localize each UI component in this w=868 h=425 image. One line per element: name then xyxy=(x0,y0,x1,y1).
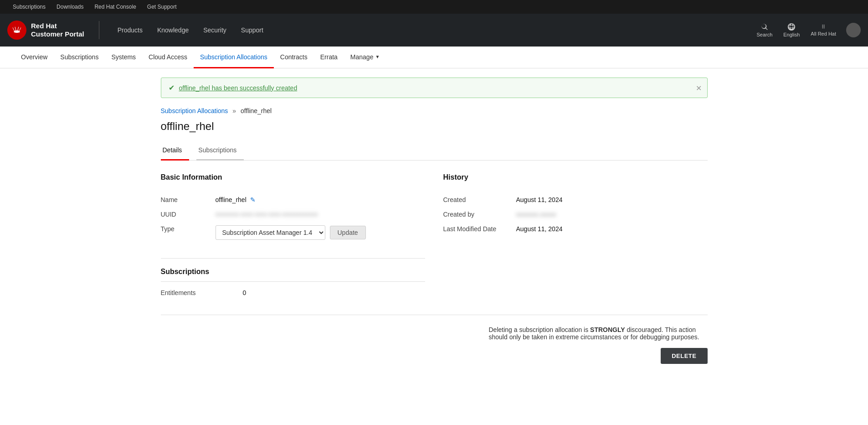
history-section: History Created August 11, 2024 Created … xyxy=(443,173,708,300)
subnav-cloud-access[interactable]: Cloud Access xyxy=(142,47,194,68)
nav-actions: Search English ⠿ All Red Hat xyxy=(752,23,861,37)
language-label: English xyxy=(783,32,800,37)
globe-icon xyxy=(787,23,796,31)
nav-security[interactable]: Security xyxy=(196,14,234,47)
delete-button[interactable]: DELETE xyxy=(661,348,707,364)
main-nav: Red Hat Customer Portal Products Knowled… xyxy=(0,14,868,47)
check-icon: ✔ xyxy=(169,83,175,92)
logo-text: Red Hat Customer Portal xyxy=(31,22,84,38)
created-by-value: xxxxxxx.xxxxx xyxy=(516,211,556,218)
language-button[interactable]: English xyxy=(779,23,804,37)
subscriptions-subsection-title: Subscriptions xyxy=(161,268,425,276)
entitlements-label: Entitlements xyxy=(161,289,243,296)
name-value: offline_rhel ✎ xyxy=(216,196,256,203)
tab-subscriptions[interactable]: Subscriptions xyxy=(196,142,244,161)
breadcrumb: Subscription Allocations » offline_rhel xyxy=(161,107,708,114)
basic-info-section: Basic Information Name offline_rhel ✎ UU… xyxy=(161,173,425,300)
delete-warning: Deleting a subscription allocation is ST… xyxy=(489,326,708,341)
svg-point-0 xyxy=(7,21,26,40)
subnav-systems[interactable]: Systems xyxy=(105,47,142,68)
created-by-row: Created by xxxxxxx.xxxxx xyxy=(443,207,708,222)
type-dropdown[interactable]: Subscription Asset Manager 1.4 Satellite… xyxy=(216,225,325,240)
breadcrumb-parent[interactable]: Subscription Allocations xyxy=(161,107,228,114)
delete-divider xyxy=(161,315,708,315)
nav-support[interactable]: Support xyxy=(234,14,271,47)
grid-icon: ⠿ xyxy=(822,24,825,30)
utility-downloads[interactable]: Downloads xyxy=(51,0,89,14)
created-value: August 11, 2024 xyxy=(516,196,563,203)
all-redhat-label: All Red Hat xyxy=(811,31,836,36)
utility-console[interactable]: Red Hat Console xyxy=(89,0,141,14)
edit-name-icon[interactable]: ✎ xyxy=(250,196,256,203)
uuid-value: xxxxxxxx-xxxx-xxxx-xxxx-xxxxxxxxxxxx xyxy=(216,211,318,218)
type-label: Type xyxy=(161,225,216,233)
subscriptions-subsection: Subscriptions Entitlements 0 xyxy=(161,258,425,300)
type-value: Subscription Asset Manager 1.4 Satellite… xyxy=(216,225,366,240)
last-modified-label: Last Modified Date xyxy=(443,225,516,233)
subnav-subscription-allocations[interactable]: Subscription Allocations xyxy=(194,47,274,68)
uuid-label: UUID xyxy=(161,211,216,218)
main-nav-links: Products Knowledge Security Support xyxy=(110,14,752,47)
subnav-subscriptions[interactable]: Subscriptions xyxy=(54,47,105,68)
breadcrumb-current: offline_rhel xyxy=(241,107,272,114)
uuid-text: xxxxxxxx-xxxx-xxxx-xxxx-xxxxxxxxxxxx xyxy=(216,211,318,218)
search-button[interactable]: Search xyxy=(752,23,777,37)
delete-warning-strong: STRONGLY xyxy=(590,326,625,333)
alert-message: offline_rhel has been successfully creat… xyxy=(179,84,298,92)
last-modified-value: August 11, 2024 xyxy=(516,225,563,233)
redhat-logo xyxy=(7,21,26,40)
name-text: offline_rhel xyxy=(216,196,247,203)
history-table: Created August 11, 2024 Created by xxxxx… xyxy=(443,192,708,236)
last-modified-row: Last Modified Date August 11, 2024 xyxy=(443,222,708,236)
created-by-label: Created by xyxy=(443,211,516,218)
basic-info-title: Basic Information xyxy=(161,173,425,185)
alert-close-button[interactable]: ✕ xyxy=(696,83,702,92)
nav-knowledge[interactable]: Knowledge xyxy=(150,14,196,47)
user-avatar[interactable] xyxy=(846,23,861,37)
search-icon xyxy=(760,23,769,31)
utility-bar: Subscriptions Downloads Red Hat Console … xyxy=(0,0,868,14)
search-label: Search xyxy=(756,32,772,37)
created-label: Created xyxy=(443,196,516,203)
subnav-manage[interactable]: Manage ▼ xyxy=(344,47,386,68)
basic-info-table: Name offline_rhel ✎ UUID xxxxxxxx-xxxx-x… xyxy=(161,192,425,244)
type-select-row: Subscription Asset Manager 1.4 Satellite… xyxy=(216,225,366,240)
content-area: ✔ offline_rhel has been successfully cre… xyxy=(143,68,726,382)
success-alert: ✔ offline_rhel has been successfully cre… xyxy=(161,78,708,98)
uuid-row: UUID xxxxxxxx-xxxx-xxxx-xxxx-xxxxxxxxxxx… xyxy=(161,207,425,222)
utility-subscriptions[interactable]: Subscriptions xyxy=(7,0,51,14)
name-row: Name offline_rhel ✎ xyxy=(161,192,425,207)
subnav-errata[interactable]: Errata xyxy=(314,47,344,68)
logo-divider xyxy=(99,21,99,39)
name-label: Name xyxy=(161,196,216,203)
details-columns: Basic Information Name offline_rhel ✎ UU… xyxy=(161,173,708,300)
page-title: offline_rhel xyxy=(161,120,708,133)
nav-products[interactable]: Products xyxy=(110,14,150,47)
subnav-overview[interactable]: Overview xyxy=(15,47,54,68)
entitlements-value: 0 xyxy=(243,289,247,296)
update-button[interactable]: Update xyxy=(330,226,366,239)
breadcrumb-separator: » xyxy=(232,107,236,114)
type-row: Type Subscription Asset Manager 1.4 Sate… xyxy=(161,222,425,244)
subnav-contracts[interactable]: Contracts xyxy=(274,47,314,68)
logo-area: Red Hat Customer Portal xyxy=(7,21,84,40)
history-title: History xyxy=(443,173,708,185)
delete-section: Deleting a subscription allocation is ST… xyxy=(161,326,708,364)
created-row: Created August 11, 2024 xyxy=(443,192,708,207)
manage-chevron-icon: ▼ xyxy=(375,54,380,59)
all-redhat-button[interactable]: ⠿ All Red Hat xyxy=(806,24,841,36)
tab-bar: Details Subscriptions xyxy=(161,142,708,161)
sub-nav: Overview Subscriptions Systems Cloud Acc… xyxy=(0,47,868,68)
utility-support[interactable]: Get Support xyxy=(142,0,182,14)
entitlements-row: Entitlements 0 xyxy=(161,285,425,300)
tab-details[interactable]: Details xyxy=(161,142,190,161)
